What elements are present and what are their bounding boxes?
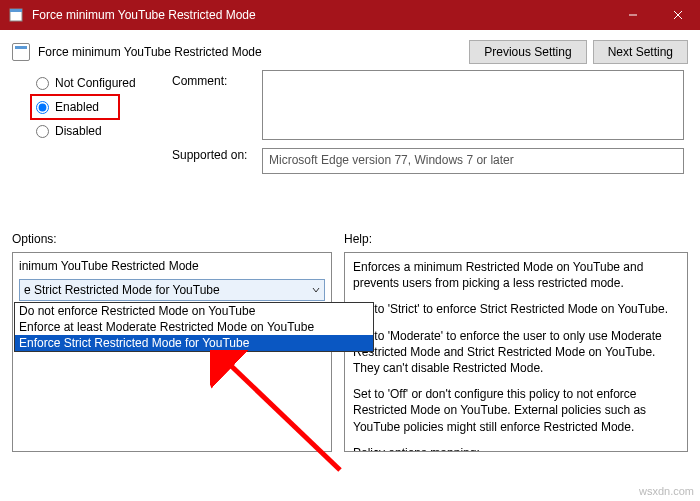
radio-label: Enabled	[55, 100, 99, 114]
help-label: Help:	[344, 232, 688, 246]
radio-disabled[interactable]: Disabled	[36, 124, 172, 138]
help-text: Set to 'Moderate' to enforce the user to…	[353, 328, 679, 377]
help-panel: Enforces a minimum Restricted Mode on Yo…	[344, 252, 688, 452]
comment-input[interactable]	[262, 70, 684, 140]
radio-label: Not Configured	[55, 76, 136, 90]
help-text: Policy options mapping:	[353, 445, 679, 452]
radio-not-configured[interactable]: Not Configured	[36, 76, 172, 90]
watermark: wsxdn.com	[639, 485, 694, 497]
policy-editor-window: Force minimum YouTube Restricted Mode Fo…	[0, 0, 700, 501]
radio-enabled[interactable]: Enabled	[36, 100, 172, 114]
svg-rect-1	[10, 9, 22, 12]
radio-label: Disabled	[55, 124, 102, 138]
policy-title: Force minimum YouTube Restricted Mode	[38, 45, 469, 59]
config-row: Not Configured Enabled Disabled Comment:…	[0, 66, 700, 228]
option-caption: inimum YouTube Restricted Mode	[19, 259, 325, 273]
policy-icon	[12, 43, 30, 61]
restricted-mode-dropdown[interactable]: e Strict Restricted Mode for YouTube Do …	[19, 279, 325, 301]
dropdown-item-off[interactable]: Do not enforce Restricted Mode on YouTub…	[15, 303, 373, 319]
options-panel: inimum YouTube Restricted Mode e Strict …	[12, 252, 332, 452]
dropdown-list: Do not enforce Restricted Mode on YouTub…	[14, 302, 374, 352]
supported-label: Supported on:	[172, 148, 262, 162]
next-setting-button[interactable]: Next Setting	[593, 40, 688, 64]
close-button[interactable]	[655, 0, 700, 30]
dropdown-item-strict[interactable]: Enforce Strict Restricted Mode for YouTu…	[15, 335, 373, 351]
previous-setting-button[interactable]: Previous Setting	[469, 40, 586, 64]
header-row: Force minimum YouTube Restricted Mode Pr…	[0, 30, 700, 66]
supported-on-text: Microsoft Edge version 77, Windows 7 or …	[262, 148, 684, 174]
help-text: Set to 'Strict' to enforce Strict Restri…	[353, 301, 679, 317]
dropdown-item-moderate[interactable]: Enforce at least Moderate Restricted Mod…	[15, 319, 373, 335]
window-icon	[8, 7, 24, 23]
help-text: Enforces a minimum Restricted Mode on Yo…	[353, 259, 679, 291]
minimize-button[interactable]	[610, 0, 655, 30]
chevron-down-icon	[312, 283, 320, 297]
titlebar: Force minimum YouTube Restricted Mode	[0, 0, 700, 30]
dropdown-value: e Strict Restricted Mode for YouTube	[24, 283, 220, 297]
options-label: Options:	[12, 232, 332, 246]
window-buttons	[610, 0, 700, 30]
window-title: Force minimum YouTube Restricted Mode	[32, 8, 610, 22]
comment-label: Comment:	[172, 74, 262, 88]
help-text: Set to 'Off' or don't configure this pol…	[353, 386, 679, 435]
